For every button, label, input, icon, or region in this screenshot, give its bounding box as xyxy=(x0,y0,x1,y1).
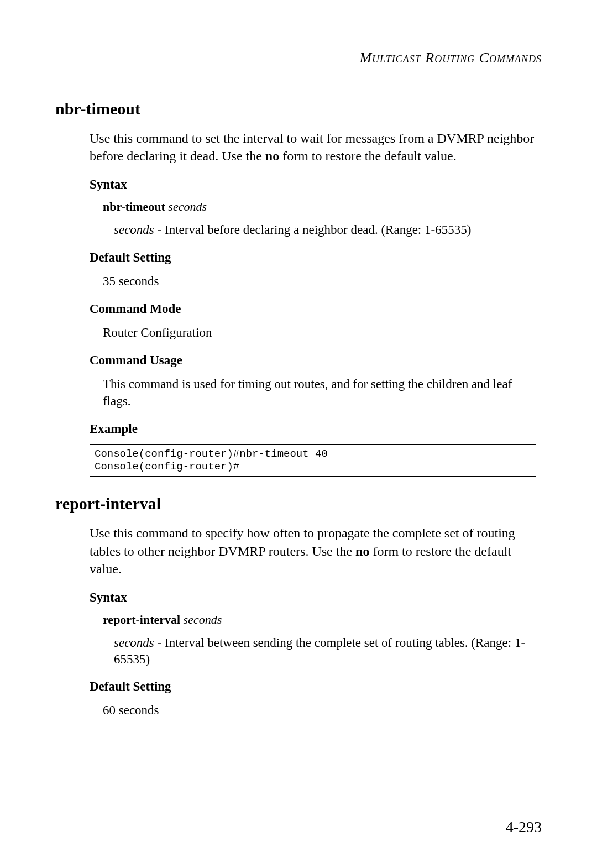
syntax-label: Syntax xyxy=(90,177,542,192)
param-name: seconds xyxy=(114,636,154,650)
syntax-arg: seconds xyxy=(168,200,207,213)
default-setting-label: Default Setting xyxy=(90,250,542,265)
command-heading-nbr-timeout: nbr-timeout xyxy=(55,100,542,118)
intro-no-keyword: no xyxy=(355,544,369,558)
syntax-label: Syntax xyxy=(90,590,542,605)
command-intro-nbr-timeout: Use this command to set the interval to … xyxy=(90,129,536,165)
intro-text-part2: form to restore the default value. xyxy=(279,149,457,163)
syntax-line-nbr-timeout: nbr-timeout seconds xyxy=(103,200,542,214)
command-intro-report-interval: Use this command to specify how often to… xyxy=(90,524,536,578)
param-desc-text: - Interval before declaring a neighbor d… xyxy=(154,223,471,237)
syntax-cmd: nbr-timeout xyxy=(103,200,165,213)
syntax-line-report-interval: report-interval seconds xyxy=(103,613,542,627)
default-setting-label: Default Setting xyxy=(90,679,542,694)
example-box-nbr-timeout: Console(config-router)#nbr-timeout 40 Co… xyxy=(90,444,536,477)
param-name: seconds xyxy=(114,223,154,237)
intro-no-keyword: no xyxy=(265,149,279,163)
command-heading-report-interval: report-interval xyxy=(55,494,542,513)
syntax-cmd: report-interval xyxy=(103,613,180,626)
default-setting-value: 60 seconds xyxy=(103,702,542,719)
param-desc-report-interval: seconds - Interval between sending the c… xyxy=(114,635,533,668)
syntax-arg: seconds xyxy=(184,613,222,626)
page-number: 4-293 xyxy=(506,818,542,836)
param-desc-text: - Interval between sending the complete … xyxy=(114,636,525,666)
default-setting-value: 35 seconds xyxy=(103,273,542,290)
command-mode-label: Command Mode xyxy=(90,302,542,316)
command-mode-value: Router Configuration xyxy=(103,324,542,341)
example-label: Example xyxy=(90,422,542,436)
command-usage-text: This command is used for timing out rout… xyxy=(103,375,542,410)
page-header-section: Multicast Routing Commands xyxy=(55,50,542,66)
param-desc-nbr-timeout: seconds - Interval before declaring a ne… xyxy=(114,222,533,238)
command-usage-label: Command Usage xyxy=(90,353,542,368)
